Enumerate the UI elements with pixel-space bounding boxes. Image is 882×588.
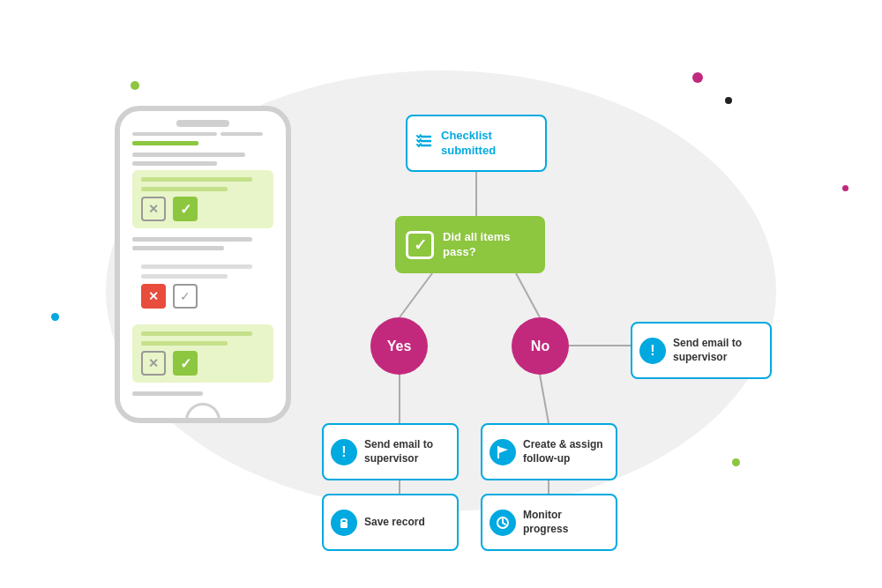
- phone-section-pass: ✕ ✓: [132, 170, 273, 228]
- dot-pink-tr: [692, 72, 703, 83]
- dot-pink-r: [842, 185, 848, 191]
- svg-line-2: [516, 273, 540, 317]
- phone-btn-x-red: ✕: [141, 284, 166, 309]
- svg-rect-11: [497, 446, 499, 458]
- create-assign-label: Create & assign follow-up: [523, 438, 609, 465]
- save-record-box: Save record: [322, 494, 459, 551]
- phone-btn-check2: ✓: [173, 351, 198, 376]
- clock-icon: [490, 510, 516, 536]
- checklist-submitted-label: Checklist submitted: [441, 129, 538, 159]
- svg-line-16: [503, 523, 505, 525]
- phone-content: ✕ ✓ ✕ ✓ ✕ ✓: [120, 153, 286, 396]
- svg-line-6: [540, 375, 549, 423]
- phone-illustration: ✕ ✓ ✕ ✓ ✕ ✓: [115, 106, 291, 423]
- dot-green-tl: [131, 81, 139, 90]
- checklist-icon: [415, 131, 434, 155]
- svg-marker-12: [499, 447, 508, 453]
- phone-progress-bar: [132, 141, 198, 145]
- phone-btn-check-outline: ✓: [173, 284, 198, 309]
- yes-branch: Yes: [370, 317, 428, 375]
- decision-box: ✓ Did all items pass?: [395, 216, 545, 273]
- decision-check-icon: ✓: [406, 231, 434, 259]
- send-email-supervisor-right-label: Send email to supervisor: [673, 337, 763, 364]
- send-email-no-box: ! Send email to supervisor: [631, 322, 772, 379]
- monitor-progress-box: Monitor progress: [481, 494, 617, 551]
- decision-label: Did all items pass?: [443, 230, 534, 260]
- monitor-progress-label: Monitor progress: [523, 509, 609, 536]
- phone-btn-x1: ✕: [141, 197, 166, 221]
- no-branch: No: [512, 317, 569, 375]
- flowchart: Checklist submitted ✓ Did all items pass…: [318, 88, 847, 511]
- send-email-yes-box: ! Send email to supervisor: [322, 423, 459, 480]
- checklist-submitted-box: Checklist submitted: [406, 115, 547, 172]
- send-email-supervisor-yes-label: Send email to supervisor: [364, 438, 450, 465]
- phone-section-pass2: ✕ ✓: [132, 324, 273, 383]
- dot-dark-tr: [725, 97, 732, 104]
- phone-status-bar: [120, 132, 286, 141]
- svg-rect-13: [340, 522, 348, 528]
- create-assign-box: Create & assign follow-up: [481, 423, 617, 480]
- exclaim-icon-yes: !: [331, 439, 357, 465]
- phone-btn-check1: ✓: [173, 197, 198, 221]
- phone-notch: [176, 120, 229, 127]
- exclaim-icon-right: !: [639, 338, 666, 364]
- phone-btn-x2: ✕: [141, 351, 166, 376]
- flag-icon: [490, 439, 516, 465]
- phone-home-button: [185, 403, 220, 423]
- svg-line-1: [400, 273, 432, 317]
- save-record-label: Save record: [364, 516, 425, 530]
- lock-icon: [331, 510, 357, 536]
- phone-section-fail: ✕ ✓: [132, 257, 273, 316]
- dot-green-br: [732, 458, 740, 466]
- dot-blue-left: [51, 313, 59, 321]
